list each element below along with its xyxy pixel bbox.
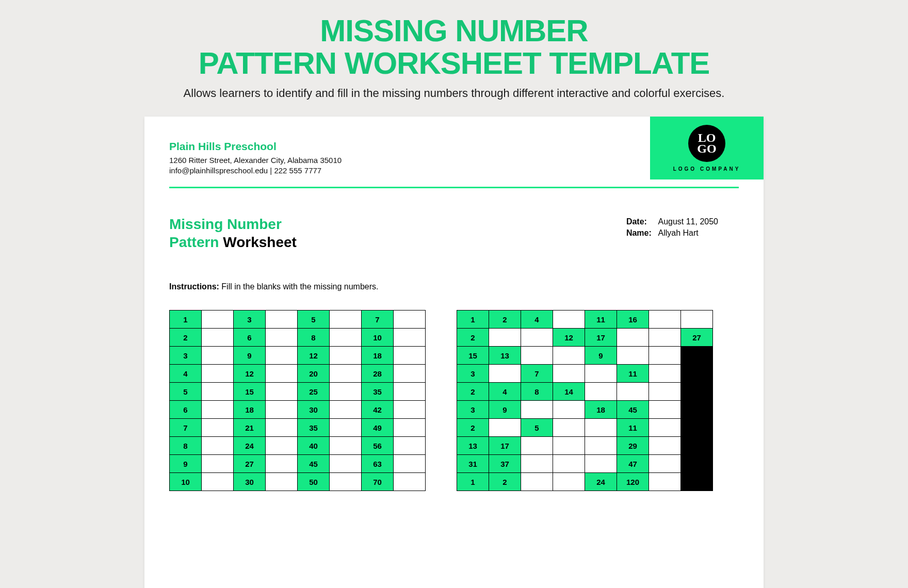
grid-left-cell[interactable] bbox=[330, 311, 362, 329]
grid-right-cell[interactable] bbox=[585, 365, 617, 383]
ws-title-green2: Pattern bbox=[169, 234, 219, 250]
grid-right-cell[interactable] bbox=[553, 419, 585, 437]
grid-left-cell[interactable] bbox=[330, 347, 362, 365]
grid-right-cell[interactable] bbox=[553, 473, 585, 491]
grid-right-cell[interactable] bbox=[649, 311, 681, 329]
grid-right-cell[interactable] bbox=[649, 419, 681, 437]
grid-left-cell[interactable] bbox=[202, 455, 234, 473]
grid-right-cell[interactable] bbox=[617, 329, 649, 347]
grid-left-cell[interactable] bbox=[202, 437, 234, 455]
grid-right-cell[interactable] bbox=[521, 437, 553, 455]
grid-left-cell[interactable] bbox=[394, 329, 426, 347]
grid-left-cell[interactable] bbox=[394, 455, 426, 473]
grid-left-cell[interactable] bbox=[266, 365, 298, 383]
grid-left-cell: 5 bbox=[170, 383, 202, 401]
grid-left-cell[interactable] bbox=[266, 419, 298, 437]
grid-right-row: 3711 bbox=[457, 365, 713, 383]
grid-left-cell[interactable] bbox=[394, 401, 426, 419]
grid-right-cell[interactable] bbox=[553, 365, 585, 383]
grid-right-cell[interactable] bbox=[489, 365, 521, 383]
grid-left-cell[interactable] bbox=[394, 347, 426, 365]
grid-left-cell[interactable] bbox=[202, 311, 234, 329]
grid-left-cell[interactable] bbox=[330, 473, 362, 491]
grid-left-cell: 6 bbox=[234, 329, 266, 347]
grid-left-cell[interactable] bbox=[330, 455, 362, 473]
grid-right-cell[interactable] bbox=[553, 437, 585, 455]
grid-left: 1357268103912184122028515253561830427213… bbox=[169, 310, 426, 491]
grid-right-cell[interactable] bbox=[521, 473, 553, 491]
grid-left-cell[interactable] bbox=[202, 473, 234, 491]
grid-right-cell[interactable] bbox=[649, 347, 681, 365]
grid-left-cell[interactable] bbox=[202, 365, 234, 383]
org-block: Plain Hills Preschool 1260 Ritter Street… bbox=[169, 136, 342, 176]
grid-left-cell[interactable] bbox=[394, 383, 426, 401]
grid-right-cell[interactable] bbox=[617, 383, 649, 401]
grid-left-cell[interactable] bbox=[266, 329, 298, 347]
grid-right-cell[interactable] bbox=[585, 455, 617, 473]
grid-left-cell[interactable] bbox=[330, 437, 362, 455]
grid-left-cell[interactable] bbox=[266, 401, 298, 419]
grid-left-cell[interactable] bbox=[394, 311, 426, 329]
grid-left-cell[interactable] bbox=[330, 383, 362, 401]
grid-left-cell[interactable] bbox=[330, 365, 362, 383]
grid-right-cell bbox=[681, 455, 713, 473]
grid-left-cell: 9 bbox=[234, 347, 266, 365]
grid-left-cell[interactable] bbox=[394, 365, 426, 383]
grid-right-cell[interactable] bbox=[521, 347, 553, 365]
grid-left-cell[interactable] bbox=[266, 473, 298, 491]
grid-left-cell[interactable] bbox=[266, 347, 298, 365]
grid-left-cell[interactable] bbox=[330, 419, 362, 437]
grid-left-row: 391218 bbox=[170, 347, 426, 365]
grid-left-cell: 9 bbox=[170, 455, 202, 473]
grid-left-cell[interactable] bbox=[394, 473, 426, 491]
grid-left-cell[interactable] bbox=[266, 437, 298, 455]
grid-left-cell: 18 bbox=[234, 401, 266, 419]
grid-right-cell[interactable] bbox=[585, 383, 617, 401]
grid-right-cell bbox=[681, 347, 713, 365]
grid-right-cell bbox=[681, 365, 713, 383]
grid-left-cell: 35 bbox=[362, 383, 394, 401]
grid-right-cell: 17 bbox=[489, 437, 521, 455]
page-title-line1: MISSING NUMBER bbox=[0, 14, 908, 47]
grid-right-cell: 11 bbox=[617, 365, 649, 383]
grid-left-cell[interactable] bbox=[330, 401, 362, 419]
grid-right-cell[interactable] bbox=[553, 401, 585, 419]
grid-left-cell: 21 bbox=[234, 419, 266, 437]
grid-left-cell[interactable] bbox=[202, 329, 234, 347]
grid-right-cell[interactable] bbox=[521, 401, 553, 419]
grid-left-cell[interactable] bbox=[266, 311, 298, 329]
grid-left-cell[interactable] bbox=[202, 383, 234, 401]
grid-right-cell[interactable] bbox=[649, 329, 681, 347]
grid-right-cell[interactable] bbox=[489, 329, 521, 347]
grid-right-cell[interactable] bbox=[521, 329, 553, 347]
grid-right-cell[interactable] bbox=[649, 455, 681, 473]
grid-left-cell: 12 bbox=[234, 365, 266, 383]
grid-right-cell[interactable] bbox=[649, 365, 681, 383]
grid-right-cell[interactable] bbox=[649, 473, 681, 491]
grid-right-cell[interactable] bbox=[649, 401, 681, 419]
grid-left-cell[interactable] bbox=[266, 455, 298, 473]
grid-left-cell[interactable] bbox=[202, 401, 234, 419]
grid-right-cell[interactable] bbox=[649, 437, 681, 455]
header-row: Plain Hills Preschool 1260 Ritter Street… bbox=[169, 136, 739, 179]
grid-right-cell[interactable] bbox=[553, 455, 585, 473]
grid-right-cell[interactable] bbox=[681, 311, 713, 329]
grid-right-cell[interactable] bbox=[649, 383, 681, 401]
grid-right-cell[interactable] bbox=[553, 347, 585, 365]
grid-right-cell[interactable] bbox=[585, 437, 617, 455]
grid-left-cell[interactable] bbox=[202, 347, 234, 365]
grid-right-cell[interactable] bbox=[585, 419, 617, 437]
grid-left-cell[interactable] bbox=[394, 437, 426, 455]
grid-right-cell[interactable] bbox=[521, 455, 553, 473]
ws-title-green1: Missing Number bbox=[169, 216, 282, 232]
grid-right-cell[interactable] bbox=[617, 347, 649, 365]
grid-left-cell[interactable] bbox=[202, 419, 234, 437]
grid-left-cell[interactable] bbox=[330, 329, 362, 347]
grid-right-row: 1224120 bbox=[457, 473, 713, 491]
grid-right-cell[interactable] bbox=[553, 311, 585, 329]
grid-left-cell[interactable] bbox=[266, 383, 298, 401]
grid-left-cell[interactable] bbox=[394, 419, 426, 437]
meta-name: Name: Allyah Hart bbox=[626, 228, 718, 238]
grid-left-cell: 49 bbox=[362, 419, 394, 437]
grid-right-cell[interactable] bbox=[489, 419, 521, 437]
